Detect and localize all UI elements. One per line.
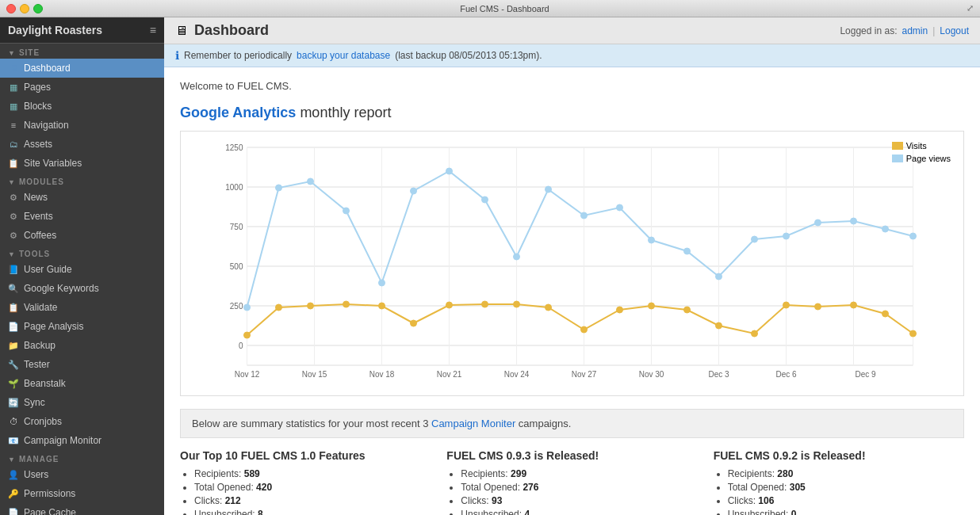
sidebar-item-page-cache[interactable]: 📄 Page Cache [0, 503, 164, 515]
svg-point-59 [716, 322, 722, 329]
sidebar-item-label: Coffees [24, 230, 56, 241]
analytics-title-rest: monthly report [296, 105, 391, 120]
app-name: Daylight Roasters [8, 24, 102, 36]
svg-point-41 [815, 219, 821, 226]
svg-point-50 [411, 320, 417, 326]
svg-point-28 [379, 280, 385, 286]
close-button[interactable] [6, 4, 16, 13]
campaign-3-clicks: Clicks: 106 [728, 495, 964, 506]
sidebar-item-campaign-monitor[interactable]: 📧 Campaign Monitor [0, 431, 164, 450]
svg-text:Nov 18: Nov 18 [369, 370, 395, 379]
svg-point-32 [514, 254, 520, 260]
sidebar-item-events[interactable]: ⚙ Events [0, 207, 164, 226]
campaign-3-unsubscribed: Unsubscribed: 0 [728, 509, 964, 515]
sidebar-item-beanstalk[interactable]: 🌱 Beanstalk [0, 374, 164, 393]
assets-icon: 🗂 [8, 139, 19, 150]
maximize-button[interactable] [33, 4, 43, 13]
infobar-message: Remember to periodically [184, 50, 292, 61]
visits-swatch [892, 142, 903, 150]
svg-point-55 [581, 326, 588, 333]
sidebar-item-label: Google Keywords [24, 283, 99, 294]
manage-section-label: MANAGE [19, 455, 59, 464]
sidebar-item-cronjobs[interactable]: ⏱ Cronjobs [0, 412, 164, 431]
navigation-icon: ≡ [8, 120, 19, 131]
logout-link[interactable]: Logout [940, 25, 969, 36]
campaign-1-title: Our Top 10 FUEL CMS 1.0 Features [180, 449, 431, 462]
svg-point-29 [411, 188, 417, 194]
svg-text:Nov 21: Nov 21 [437, 370, 462, 379]
sidebar-item-dashboard[interactable]: 🖥 Dashboard [0, 59, 164, 78]
sidebar-item-label: Events [24, 211, 53, 222]
campaign-3-recipients: Recipients: 280 [728, 468, 964, 479]
sidebar-item-assets[interactable]: 🗂 Assets [0, 135, 164, 154]
svg-point-63 [851, 302, 857, 308]
svg-point-25 [276, 185, 282, 191]
modules-section-toggle[interactable]: ▼ MODULES [0, 173, 164, 188]
window-controls[interactable] [6, 4, 43, 13]
sidebar-item-label: Cronjobs [24, 416, 62, 427]
campaign-moniter-link[interactable]: Campaign Moniter [431, 418, 515, 429]
site-section-toggle[interactable]: ▼ SITE [0, 44, 164, 59]
sidebar-item-site-variables[interactable]: 📋 Site Variables [0, 154, 164, 173]
campaign-bar-text: Below are summary statistics for your mo… [192, 418, 428, 429]
pageviews-label: Page views [906, 154, 951, 163]
campaign-3-title: FUEL CMS 0.9.2 is Released! [714, 449, 964, 462]
logged-in-label: Logged in as: [840, 25, 897, 36]
minimize-button[interactable] [20, 4, 29, 13]
svg-text:Nov 30: Nov 30 [639, 370, 664, 379]
news-icon: ⚙ [8, 192, 19, 203]
svg-point-64 [882, 311, 889, 317]
sidebar-item-tester[interactable]: 🔧 Tester [0, 355, 164, 374]
svg-point-65 [910, 330, 917, 337]
svg-text:Dec 9: Dec 9 [855, 370, 876, 379]
sidebar-header: Daylight Roasters ≡ [0, 17, 164, 44]
campaign-card-2: FUEL CMS 0.9.3 is Released! Recipients: … [446, 449, 697, 515]
manage-section-toggle[interactable]: ▼ MANAGE [0, 450, 164, 465]
sidebar-item-user-guide[interactable]: 📘 User Guide [0, 260, 164, 279]
sidebar-item-users[interactable]: 👤 Users [0, 465, 164, 484]
sidebar-item-coffees[interactable]: ⚙ Coffees [0, 226, 164, 245]
sidebar-item-label: Page Analysis [24, 321, 83, 332]
sidebar-item-label: Site Variables [24, 158, 82, 169]
svg-point-26 [308, 178, 314, 185]
sidebar-item-label: Blocks [24, 101, 52, 112]
sidebar-item-blocks[interactable]: ▦ Blocks [0, 97, 164, 116]
permissions-icon: 🔑 [8, 488, 19, 499]
sidebar-item-label: News [24, 192, 48, 203]
expand-icon[interactable]: ⤢ [967, 3, 974, 13]
sidebar-item-navigation[interactable]: ≡ Navigation [0, 116, 164, 135]
campaign-1-stats: Recipients: 589 Total Opened: 420 Clicks… [180, 468, 431, 515]
app-layout: Daylight Roasters ≡ ▼ SITE 🖥 Dashboard ▦… [0, 17, 980, 515]
sidebar-item-news[interactable]: ⚙ News [0, 188, 164, 207]
svg-point-52 [482, 301, 488, 307]
sidebar-item-backup[interactable]: 📁 Backup [0, 336, 164, 355]
svg-text:1250: 1250 [225, 143, 243, 152]
svg-point-35 [617, 204, 623, 211]
sidebar-item-validate[interactable]: 📋 Validate [0, 298, 164, 317]
sidebar-item-google-keywords[interactable]: 🔍 Google Keywords [0, 279, 164, 298]
svg-text:1000: 1000 [225, 183, 243, 192]
backup-database-link[interactable]: backup your database [297, 50, 390, 61]
titlebar: Fuel CMS - Dashboard ⤢ [0, 0, 980, 17]
tools-section-toggle[interactable]: ▼ TOOLS [0, 245, 164, 260]
svg-text:500: 500 [230, 262, 243, 271]
pageviews-swatch [892, 154, 903, 162]
campaign-3-stats: Recipients: 280 Total Opened: 305 Clicks… [714, 468, 964, 515]
username-link[interactable]: admin [902, 25, 928, 36]
google-analytics-link[interactable]: Google Analytics [180, 105, 296, 120]
svg-point-24 [244, 304, 251, 311]
svg-point-38 [716, 273, 722, 280]
sidebar-item-sync[interactable]: 🔄 Sync [0, 393, 164, 412]
svg-point-51 [446, 302, 453, 308]
menu-icon[interactable]: ≡ [150, 24, 156, 36]
campaign-card-3: FUEL CMS 0.9.2 is Released! Recipients: … [714, 449, 964, 515]
backup-icon: 📁 [8, 340, 19, 351]
sidebar-item-page-analysis[interactable]: 📄 Page Analysis [0, 317, 164, 336]
svg-text:Nov 24: Nov 24 [504, 370, 530, 379]
beanstalk-icon: 🌱 [8, 378, 19, 389]
svg-point-44 [910, 233, 917, 239]
svg-point-30 [446, 168, 453, 174]
svg-point-46 [276, 304, 282, 311]
sidebar-item-permissions[interactable]: 🔑 Permissions [0, 484, 164, 503]
sidebar-item-pages[interactable]: ▦ Pages [0, 78, 164, 97]
